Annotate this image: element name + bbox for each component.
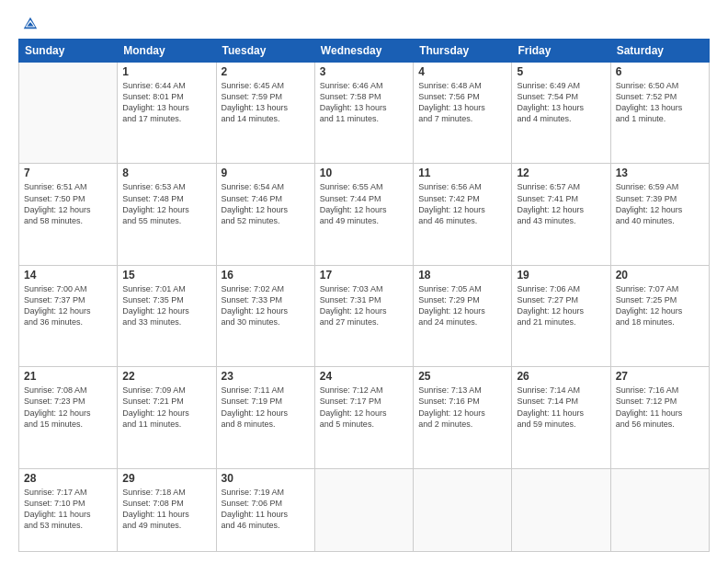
calendar-cell: 20Sunrise: 7:07 AM Sunset: 7:25 PM Dayli… [610, 265, 709, 366]
day-info: Sunrise: 7:14 AM Sunset: 7:14 PM Dayligh… [517, 385, 605, 430]
day-info: Sunrise: 7:09 AM Sunset: 7:21 PM Dayligh… [122, 385, 210, 430]
calendar-cell: 5Sunrise: 6:49 AM Sunset: 7:54 PM Daylig… [512, 63, 610, 164]
day-number: 18 [418, 269, 506, 282]
day-number: 23 [222, 370, 310, 383]
day-number: 26 [517, 370, 605, 383]
calendar-cell: 13Sunrise: 6:59 AM Sunset: 7:39 PM Dayli… [610, 164, 709, 265]
calendar-table: SundayMondayTuesdayWednesdayThursdayFrid… [18, 39, 710, 552]
calendar-cell: 30Sunrise: 7:19 AM Sunset: 7:06 PM Dayli… [216, 468, 314, 551]
day-info: Sunrise: 6:56 AM Sunset: 7:42 PM Dayligh… [418, 181, 506, 226]
page: SundayMondayTuesdayWednesdayThursdayFrid… [0, 0, 728, 563]
calendar-cell [414, 468, 512, 551]
calendar-cell: 9Sunrise: 6:54 AM Sunset: 7:46 PM Daylig… [216, 164, 314, 265]
day-number: 24 [320, 370, 408, 383]
day-number: 14 [24, 269, 112, 282]
day-info: Sunrise: 6:46 AM Sunset: 7:58 PM Dayligh… [320, 80, 408, 125]
day-info: Sunrise: 7:03 AM Sunset: 7:31 PM Dayligh… [320, 283, 408, 328]
day-info: Sunrise: 6:57 AM Sunset: 7:41 PM Dayligh… [517, 181, 605, 226]
calendar-cell: 23Sunrise: 7:11 AM Sunset: 7:19 PM Dayli… [216, 367, 314, 468]
weekday-monday: Monday [118, 40, 216, 63]
weekday-saturday: Saturday [610, 40, 709, 63]
day-number: 1 [122, 65, 210, 78]
day-number: 20 [616, 269, 704, 282]
day-info: Sunrise: 6:53 AM Sunset: 7:48 PM Dayligh… [122, 181, 210, 226]
day-number: 22 [122, 370, 210, 383]
day-number: 21 [24, 370, 112, 383]
day-number: 29 [122, 472, 210, 485]
weekday-header-row: SundayMondayTuesdayWednesdayThursdayFrid… [19, 40, 710, 63]
calendar-cell: 6Sunrise: 6:50 AM Sunset: 7:52 PM Daylig… [610, 63, 709, 164]
day-info: Sunrise: 7:06 AM Sunset: 7:27 PM Dayligh… [517, 283, 605, 328]
calendar-cell [610, 468, 709, 551]
weekday-wednesday: Wednesday [314, 40, 413, 63]
calendar-cell: 4Sunrise: 6:48 AM Sunset: 7:56 PM Daylig… [414, 63, 512, 164]
calendar-cell: 1Sunrise: 6:44 AM Sunset: 8:01 PM Daylig… [118, 63, 216, 164]
calendar-cell: 15Sunrise: 7:01 AM Sunset: 7:35 PM Dayli… [118, 265, 216, 366]
calendar-cell: 26Sunrise: 7:14 AM Sunset: 7:14 PM Dayli… [512, 367, 610, 468]
day-info: Sunrise: 6:55 AM Sunset: 7:44 PM Dayligh… [320, 181, 408, 226]
calendar-cell: 14Sunrise: 7:00 AM Sunset: 7:37 PM Dayli… [19, 265, 118, 366]
day-number: 16 [222, 269, 310, 282]
day-number: 25 [418, 370, 506, 383]
day-number: 10 [320, 167, 408, 179]
day-info: Sunrise: 6:54 AM Sunset: 7:46 PM Dayligh… [222, 181, 310, 226]
calendar-cell: 2Sunrise: 6:45 AM Sunset: 7:59 PM Daylig… [216, 63, 314, 164]
week-row-5: 28Sunrise: 7:17 AM Sunset: 7:10 PM Dayli… [19, 468, 710, 551]
calendar-cell: 16Sunrise: 7:02 AM Sunset: 7:33 PM Dayli… [216, 265, 314, 366]
calendar-cell: 19Sunrise: 7:06 AM Sunset: 7:27 PM Dayli… [512, 265, 610, 366]
logo-icon [22, 15, 39, 31]
weekday-friday: Friday [512, 40, 610, 63]
calendar-cell: 17Sunrise: 7:03 AM Sunset: 7:31 PM Dayli… [314, 265, 413, 366]
header [18, 15, 710, 31]
day-info: Sunrise: 7:01 AM Sunset: 7:35 PM Dayligh… [122, 283, 210, 328]
day-number: 19 [517, 269, 605, 282]
calendar-cell [512, 468, 610, 551]
calendar-cell: 10Sunrise: 6:55 AM Sunset: 7:44 PM Dayli… [314, 164, 413, 265]
calendar-cell: 24Sunrise: 7:12 AM Sunset: 7:17 PM Dayli… [314, 367, 413, 468]
day-number: 8 [122, 167, 210, 179]
day-info: Sunrise: 6:44 AM Sunset: 8:01 PM Dayligh… [122, 80, 210, 125]
week-row-1: 1Sunrise: 6:44 AM Sunset: 8:01 PM Daylig… [19, 63, 710, 164]
logo [18, 15, 40, 31]
day-info: Sunrise: 7:07 AM Sunset: 7:25 PM Dayligh… [616, 283, 704, 328]
calendar-cell: 8Sunrise: 6:53 AM Sunset: 7:48 PM Daylig… [118, 164, 216, 265]
day-number: 4 [418, 65, 506, 78]
calendar-cell [314, 468, 413, 551]
day-number: 2 [222, 65, 310, 78]
calendar-cell: 29Sunrise: 7:18 AM Sunset: 7:08 PM Dayli… [118, 468, 216, 551]
day-number: 6 [616, 65, 704, 78]
day-info: Sunrise: 6:48 AM Sunset: 7:56 PM Dayligh… [418, 80, 506, 125]
day-number: 27 [616, 370, 704, 383]
day-number: 11 [418, 167, 506, 179]
day-number: 30 [222, 472, 310, 485]
day-number: 17 [320, 269, 408, 282]
day-info: Sunrise: 6:45 AM Sunset: 7:59 PM Dayligh… [222, 80, 310, 125]
weekday-tuesday: Tuesday [216, 40, 314, 63]
day-info: Sunrise: 7:19 AM Sunset: 7:06 PM Dayligh… [222, 487, 310, 532]
day-number: 13 [616, 167, 704, 179]
day-info: Sunrise: 7:08 AM Sunset: 7:23 PM Dayligh… [24, 385, 112, 430]
day-info: Sunrise: 7:02 AM Sunset: 7:33 PM Dayligh… [222, 283, 310, 328]
day-number: 7 [24, 167, 112, 179]
day-number: 9 [222, 167, 310, 179]
day-info: Sunrise: 6:50 AM Sunset: 7:52 PM Dayligh… [616, 80, 704, 125]
day-number: 5 [517, 65, 605, 78]
calendar-cell: 22Sunrise: 7:09 AM Sunset: 7:21 PM Dayli… [118, 367, 216, 468]
day-number: 28 [24, 472, 112, 485]
day-info: Sunrise: 7:16 AM Sunset: 7:12 PM Dayligh… [616, 385, 704, 430]
weekday-thursday: Thursday [414, 40, 512, 63]
calendar-cell: 27Sunrise: 7:16 AM Sunset: 7:12 PM Dayli… [610, 367, 709, 468]
calendar-cell: 12Sunrise: 6:57 AM Sunset: 7:41 PM Dayli… [512, 164, 610, 265]
week-row-4: 21Sunrise: 7:08 AM Sunset: 7:23 PM Dayli… [19, 367, 710, 468]
calendar-cell: 25Sunrise: 7:13 AM Sunset: 7:16 PM Dayli… [414, 367, 512, 468]
calendar-cell: 3Sunrise: 6:46 AM Sunset: 7:58 PM Daylig… [314, 63, 413, 164]
day-info: Sunrise: 7:11 AM Sunset: 7:19 PM Dayligh… [222, 385, 310, 430]
day-number: 12 [517, 167, 605, 179]
day-info: Sunrise: 6:49 AM Sunset: 7:54 PM Dayligh… [517, 80, 605, 125]
day-info: Sunrise: 7:00 AM Sunset: 7:37 PM Dayligh… [24, 283, 112, 328]
calendar-cell: 28Sunrise: 7:17 AM Sunset: 7:10 PM Dayli… [19, 468, 118, 551]
day-info: Sunrise: 7:18 AM Sunset: 7:08 PM Dayligh… [122, 487, 210, 532]
calendar-cell: 21Sunrise: 7:08 AM Sunset: 7:23 PM Dayli… [19, 367, 118, 468]
day-info: Sunrise: 7:17 AM Sunset: 7:10 PM Dayligh… [24, 487, 112, 532]
week-row-3: 14Sunrise: 7:00 AM Sunset: 7:37 PM Dayli… [19, 265, 710, 366]
